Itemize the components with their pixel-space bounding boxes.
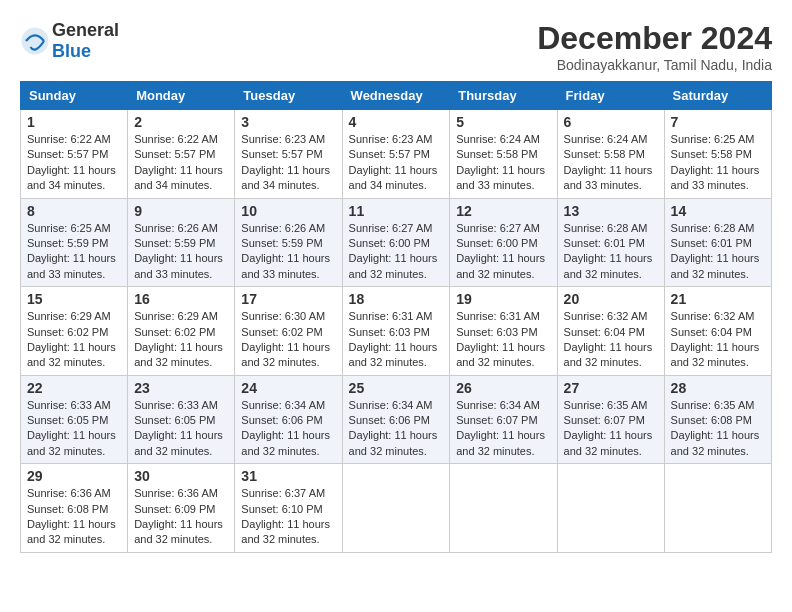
day-number: 28 [671, 380, 765, 396]
col-monday: Monday [128, 82, 235, 110]
day-number: 8 [27, 203, 121, 219]
calendar-cell: 17 Sunrise: 6:30 AM Sunset: 6:02 PM Dayl… [235, 287, 342, 376]
day-info: Sunrise: 6:28 AM Sunset: 6:01 PM Dayligh… [564, 221, 658, 283]
calendar-cell: 25 Sunrise: 6:34 AM Sunset: 6:06 PM Dayl… [342, 375, 450, 464]
day-info: Sunrise: 6:26 AM Sunset: 5:59 PM Dayligh… [241, 221, 335, 283]
day-number: 27 [564, 380, 658, 396]
day-info: Sunrise: 6:22 AM Sunset: 5:57 PM Dayligh… [134, 132, 228, 194]
calendar-cell [450, 464, 557, 553]
col-friday: Friday [557, 82, 664, 110]
day-number: 26 [456, 380, 550, 396]
day-info: Sunrise: 6:24 AM Sunset: 5:58 PM Dayligh… [564, 132, 658, 194]
day-number: 4 [349, 114, 444, 130]
calendar-week-row: 15 Sunrise: 6:29 AM Sunset: 6:02 PM Dayl… [21, 287, 772, 376]
calendar-header-row: Sunday Monday Tuesday Wednesday Thursday… [21, 82, 772, 110]
calendar-cell: 12 Sunrise: 6:27 AM Sunset: 6:00 PM Dayl… [450, 198, 557, 287]
day-number: 29 [27, 468, 121, 484]
day-number: 20 [564, 291, 658, 307]
page-header: General Blue December 2024 Bodinayakkanu… [20, 20, 772, 73]
calendar-cell: 28 Sunrise: 6:35 AM Sunset: 6:08 PM Dayl… [664, 375, 771, 464]
day-info: Sunrise: 6:34 AM Sunset: 6:06 PM Dayligh… [241, 398, 335, 460]
calendar-cell: 24 Sunrise: 6:34 AM Sunset: 6:06 PM Dayl… [235, 375, 342, 464]
day-number: 12 [456, 203, 550, 219]
day-number: 22 [27, 380, 121, 396]
calendar-cell: 7 Sunrise: 6:25 AM Sunset: 5:58 PM Dayli… [664, 110, 771, 199]
calendar-cell: 30 Sunrise: 6:36 AM Sunset: 6:09 PM Dayl… [128, 464, 235, 553]
location-text: Bodinayakkanur, Tamil Nadu, India [537, 57, 772, 73]
logo-general-text: General [52, 20, 119, 40]
day-info: Sunrise: 6:34 AM Sunset: 6:06 PM Dayligh… [349, 398, 444, 460]
day-number: 9 [134, 203, 228, 219]
day-info: Sunrise: 6:29 AM Sunset: 6:02 PM Dayligh… [27, 309, 121, 371]
calendar-cell: 18 Sunrise: 6:31 AM Sunset: 6:03 PM Dayl… [342, 287, 450, 376]
day-number: 24 [241, 380, 335, 396]
day-info: Sunrise: 6:36 AM Sunset: 6:09 PM Dayligh… [134, 486, 228, 548]
calendar-week-row: 22 Sunrise: 6:33 AM Sunset: 6:05 PM Dayl… [21, 375, 772, 464]
calendar-cell: 21 Sunrise: 6:32 AM Sunset: 6:04 PM Dayl… [664, 287, 771, 376]
day-number: 2 [134, 114, 228, 130]
day-number: 13 [564, 203, 658, 219]
day-number: 15 [27, 291, 121, 307]
calendar-cell: 14 Sunrise: 6:28 AM Sunset: 6:01 PM Dayl… [664, 198, 771, 287]
day-number: 14 [671, 203, 765, 219]
col-saturday: Saturday [664, 82, 771, 110]
day-info: Sunrise: 6:23 AM Sunset: 5:57 PM Dayligh… [349, 132, 444, 194]
day-info: Sunrise: 6:31 AM Sunset: 6:03 PM Dayligh… [456, 309, 550, 371]
day-number: 19 [456, 291, 550, 307]
day-info: Sunrise: 6:28 AM Sunset: 6:01 PM Dayligh… [671, 221, 765, 283]
day-number: 21 [671, 291, 765, 307]
calendar-cell: 4 Sunrise: 6:23 AM Sunset: 5:57 PM Dayli… [342, 110, 450, 199]
calendar-week-row: 1 Sunrise: 6:22 AM Sunset: 5:57 PM Dayli… [21, 110, 772, 199]
day-number: 23 [134, 380, 228, 396]
calendar-cell [664, 464, 771, 553]
title-section: December 2024 Bodinayakkanur, Tamil Nadu… [537, 20, 772, 73]
day-number: 16 [134, 291, 228, 307]
calendar-cell: 6 Sunrise: 6:24 AM Sunset: 5:58 PM Dayli… [557, 110, 664, 199]
logo: General Blue [20, 20, 119, 62]
calendar-cell: 9 Sunrise: 6:26 AM Sunset: 5:59 PM Dayli… [128, 198, 235, 287]
logo-blue-text: Blue [52, 41, 91, 61]
day-number: 11 [349, 203, 444, 219]
day-number: 30 [134, 468, 228, 484]
day-info: Sunrise: 6:35 AM Sunset: 6:07 PM Dayligh… [564, 398, 658, 460]
col-sunday: Sunday [21, 82, 128, 110]
logo-icon [20, 26, 50, 56]
day-number: 7 [671, 114, 765, 130]
day-info: Sunrise: 6:27 AM Sunset: 6:00 PM Dayligh… [456, 221, 550, 283]
day-info: Sunrise: 6:25 AM Sunset: 5:58 PM Dayligh… [671, 132, 765, 194]
calendar-cell [342, 464, 450, 553]
calendar-cell: 22 Sunrise: 6:33 AM Sunset: 6:05 PM Dayl… [21, 375, 128, 464]
calendar-cell: 16 Sunrise: 6:29 AM Sunset: 6:02 PM Dayl… [128, 287, 235, 376]
day-info: Sunrise: 6:25 AM Sunset: 5:59 PM Dayligh… [27, 221, 121, 283]
calendar-cell: 11 Sunrise: 6:27 AM Sunset: 6:00 PM Dayl… [342, 198, 450, 287]
day-info: Sunrise: 6:33 AM Sunset: 6:05 PM Dayligh… [27, 398, 121, 460]
day-number: 18 [349, 291, 444, 307]
day-info: Sunrise: 6:26 AM Sunset: 5:59 PM Dayligh… [134, 221, 228, 283]
calendar-week-row: 8 Sunrise: 6:25 AM Sunset: 5:59 PM Dayli… [21, 198, 772, 287]
day-info: Sunrise: 6:27 AM Sunset: 6:00 PM Dayligh… [349, 221, 444, 283]
day-info: Sunrise: 6:30 AM Sunset: 6:02 PM Dayligh… [241, 309, 335, 371]
day-number: 25 [349, 380, 444, 396]
calendar-cell: 15 Sunrise: 6:29 AM Sunset: 6:02 PM Dayl… [21, 287, 128, 376]
day-info: Sunrise: 6:37 AM Sunset: 6:10 PM Dayligh… [241, 486, 335, 548]
calendar-cell: 23 Sunrise: 6:33 AM Sunset: 6:05 PM Dayl… [128, 375, 235, 464]
calendar-cell: 26 Sunrise: 6:34 AM Sunset: 6:07 PM Dayl… [450, 375, 557, 464]
col-wednesday: Wednesday [342, 82, 450, 110]
month-title: December 2024 [537, 20, 772, 57]
calendar-cell: 2 Sunrise: 6:22 AM Sunset: 5:57 PM Dayli… [128, 110, 235, 199]
day-number: 3 [241, 114, 335, 130]
calendar-cell: 29 Sunrise: 6:36 AM Sunset: 6:08 PM Dayl… [21, 464, 128, 553]
day-info: Sunrise: 6:22 AM Sunset: 5:57 PM Dayligh… [27, 132, 121, 194]
calendar-cell: 3 Sunrise: 6:23 AM Sunset: 5:57 PM Dayli… [235, 110, 342, 199]
day-info: Sunrise: 6:36 AM Sunset: 6:08 PM Dayligh… [27, 486, 121, 548]
calendar-cell: 1 Sunrise: 6:22 AM Sunset: 5:57 PM Dayli… [21, 110, 128, 199]
calendar-table: Sunday Monday Tuesday Wednesday Thursday… [20, 81, 772, 553]
day-number: 10 [241, 203, 335, 219]
day-info: Sunrise: 6:35 AM Sunset: 6:08 PM Dayligh… [671, 398, 765, 460]
day-info: Sunrise: 6:32 AM Sunset: 6:04 PM Dayligh… [564, 309, 658, 371]
calendar-cell: 13 Sunrise: 6:28 AM Sunset: 6:01 PM Dayl… [557, 198, 664, 287]
day-number: 1 [27, 114, 121, 130]
calendar-cell: 19 Sunrise: 6:31 AM Sunset: 6:03 PM Dayl… [450, 287, 557, 376]
day-info: Sunrise: 6:33 AM Sunset: 6:05 PM Dayligh… [134, 398, 228, 460]
day-number: 5 [456, 114, 550, 130]
